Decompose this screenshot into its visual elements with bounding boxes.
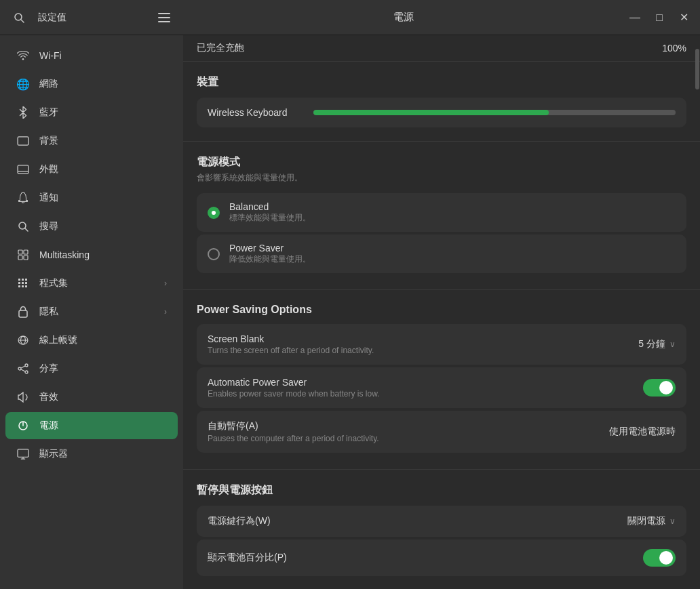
sidebar-item-power-label: 電源 (39, 420, 167, 432)
balanced-radio-card: Balanced 標準效能與電量使用。 (197, 193, 686, 232)
auto-power-saver-info: Automatic Power Saver Enables power save… (208, 377, 643, 399)
sidebar-item-bluetooth[interactable]: 藍牙 (5, 99, 178, 126)
sidebar-item-notification[interactable]: 通知 (5, 184, 178, 211)
sidebar-item-share[interactable]: 分享 (5, 355, 178, 382)
sidebar-item-power[interactable]: 電源 (5, 412, 178, 439)
sidebar-item-wifi[interactable]: Wi-Fi (5, 42, 178, 69)
battery-percent: 100% (662, 43, 686, 54)
screen-blank-info: Screen Blank Turns the screen off after … (208, 333, 638, 355)
sidebar-item-network[interactable]: 🌐 網路 (5, 70, 178, 98)
sidebar-item-sound[interactable]: 音效 (5, 384, 178, 411)
sidebar-item-appearance-label: 外觀 (39, 163, 167, 176)
suspend-value[interactable]: 使用電池電源時 (609, 426, 676, 438)
battery-full-row: 已完全充飽 100% (183, 35, 700, 62)
sidebar-item-wifi-label: Wi-Fi (39, 50, 167, 61)
sidebar-item-privacy[interactable]: 隱私 › (5, 298, 178, 325)
svg-rect-3 (158, 17, 170, 18)
network-icon: 🌐 (16, 77, 30, 91)
battery-bar-container (313, 110, 676, 115)
svg-rect-32 (18, 449, 28, 458)
apps-icon (16, 277, 30, 290)
maximize-button[interactable]: □ (648, 7, 670, 28)
balanced-desc: 標準效能與電量使用。 (229, 212, 311, 224)
suspend-info: 自動暫停(A) Pauses the computer after a peri… (208, 420, 609, 443)
sidebar-item-apps[interactable]: 程式集 › (5, 270, 178, 297)
device-name: Wireless Keyboard (208, 107, 303, 118)
svg-line-28 (21, 366, 25, 368)
svg-rect-14 (18, 279, 20, 281)
power-saver-label: Power Saver 降低效能與電量使用。 (229, 243, 311, 265)
svg-line-29 (21, 369, 25, 371)
sidebar-item-notification-label: 通知 (39, 192, 167, 204)
balanced-title: Balanced (229, 201, 311, 212)
device-card: Wireless Keyboard (197, 98, 686, 127)
power-key-info: 電源鍵行為(W) (208, 515, 627, 527)
sidebar-item-online[interactable]: 線上帳號 (5, 327, 178, 354)
search-icon-btn[interactable] (8, 7, 30, 28)
svg-rect-15 (22, 279, 24, 281)
sidebar-item-multitasking[interactable]: Multitasking (5, 241, 178, 268)
balanced-option[interactable]: Balanced 標準效能與電量使用。 (197, 193, 686, 232)
power-saver-desc: 降低效能與電量使用。 (229, 253, 311, 265)
svg-rect-19 (25, 282, 27, 284)
sidebar-item-share-label: 分享 (39, 363, 167, 375)
power-saver-option[interactable]: Power Saver 降低效能與電量使用。 (197, 235, 686, 273)
power-key-value[interactable]: 關閉電源 ∨ (627, 515, 676, 527)
svg-rect-11 (24, 250, 28, 254)
suspend-row: 自動暫停(A) Pauses the computer after a peri… (197, 411, 686, 453)
power-mode-section: 電源模式 會影響系統效能與電量使用。 Balanced 標準效能與電量使用。 (183, 142, 700, 290)
bluetooth-icon (16, 106, 30, 119)
scrollbar-thumb[interactable] (695, 49, 699, 89)
power-icon (16, 419, 30, 432)
svg-rect-22 (25, 285, 27, 287)
titlebar-right: — □ ✕ (624, 7, 700, 28)
sidebar-item-appearance[interactable]: 外觀 (5, 156, 178, 183)
sidebar-item-sound-label: 音效 (39, 391, 167, 403)
screen-blank-desc: Turns the screen off after a period of i… (208, 346, 638, 355)
svg-rect-13 (24, 256, 28, 260)
suspend-value-text: 使用電池電源時 (609, 426, 676, 438)
close-button[interactable]: ✕ (673, 7, 695, 28)
svg-rect-16 (25, 279, 27, 281)
devices-section-title: 裝置 (197, 62, 686, 98)
power-saver-title: Power Saver (229, 243, 311, 253)
suspend-desc: Pauses the computer after a period of in… (208, 434, 609, 443)
auto-power-saver-desc: Enables power saver mode when battery is… (208, 389, 643, 399)
sidebar-item-display[interactable]: 顯示器 (5, 441, 178, 468)
sidebar-item-search-label: 搜尋 (39, 220, 167, 232)
svg-rect-21 (22, 285, 24, 287)
show-battery-toggle[interactable] (643, 549, 676, 567)
svg-rect-10 (18, 250, 22, 254)
minimize-button[interactable]: — (624, 7, 646, 28)
titlebar: 設定值 電源 — □ ✕ (0, 0, 700, 35)
power-saver-radio-circle[interactable] (208, 248, 220, 260)
battery-bar-fill (313, 110, 549, 115)
notification-icon (16, 191, 30, 205)
screen-blank-value[interactable]: 5 分鐘 ∨ (638, 338, 676, 350)
sidebar-item-background-label: 背景 (39, 135, 167, 147)
menu-btn[interactable] (153, 7, 175, 28)
suspend-title: 自動暫停(A) (208, 420, 609, 432)
window-title: 電源 (393, 11, 414, 24)
auto-power-saver-row: Automatic Power Saver Enables power save… (197, 367, 686, 408)
show-battery-info: 顯示電池百分比(P) (208, 552, 643, 564)
auto-power-saver-toggle[interactable] (643, 379, 676, 397)
sidebar: Wi-Fi 🌐 網路 藍牙 背景 (0, 35, 183, 589)
online-icon (16, 333, 30, 347)
svg-rect-6 (18, 165, 28, 174)
sidebar-item-online-label: 線上帳號 (39, 334, 167, 346)
power-key-dropdown-arrow: ∨ (669, 516, 676, 526)
sidebar-item-search[interactable]: 搜尋 (5, 213, 178, 240)
svg-rect-20 (18, 285, 20, 287)
suspend-section-title: 暫停與電源按鈕 (197, 470, 686, 506)
content-panel: 已完全充飽 100% 裝置 Wireless Keyboard 電源模式 會影響… (183, 35, 700, 589)
power-saving-section: Power Saving Options Screen Blank Turns … (183, 290, 700, 469)
sidebar-item-background[interactable]: 背景 (5, 127, 178, 155)
balanced-radio-circle[interactable] (208, 207, 220, 219)
svg-rect-2 (158, 13, 170, 14)
power-saver-radio-card: Power Saver 降低效能與電量使用。 (197, 235, 686, 273)
sidebar-item-privacy-label: 隱私 (39, 306, 155, 318)
scrollbar-track[interactable] (695, 35, 700, 589)
search-sidebar-icon (16, 220, 30, 233)
sidebar-item-bluetooth-label: 藍牙 (39, 106, 167, 119)
